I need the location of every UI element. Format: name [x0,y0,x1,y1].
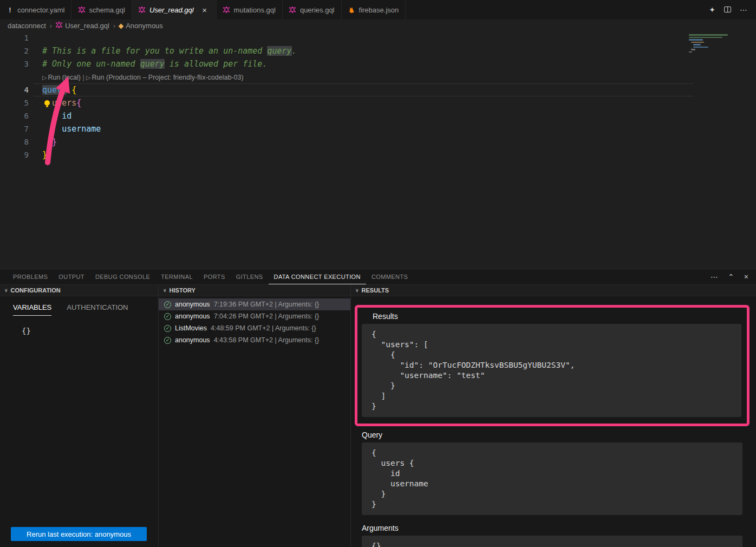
breadcrumb-item[interactable]: Anonymous [119,22,163,30]
history-header[interactable]: ∨ HISTORY [159,285,351,296]
minimap-mark [691,42,704,43]
breadcrumb-item[interactable]: User_read.gql [56,22,109,30]
breadcrumb-separator-icon: › [112,22,116,30]
history-item[interactable]: ✓anonymous7:19:36 PM GMT+2 | Arguments: … [159,298,350,310]
history-item-detail: 4:43:58 PM GMT+2 | Arguments: {} [214,336,320,344]
split-editor-icon[interactable] [724,5,731,14]
graphql-icon [139,6,146,13]
code-line: 5 users{ [0,96,756,109]
minimap-mark [693,47,708,48]
bottom-panel: PROBLEMSOUTPUTDEBUG CONSOLETERMINALPORTS… [0,269,756,547]
run-icon: ▷ [42,74,47,81]
history-item[interactable]: ✓anonymous4:43:58 PM GMT+2 | Arguments: … [159,334,350,346]
line-number: 5 [0,96,34,109]
history-item-name: ListMovies [175,324,207,332]
editor-tab-connector-yaml[interactable]: !connector.yaml [0,0,71,19]
code-line: 2# This is a file for you to write an un… [0,44,756,57]
minimap-mark [689,51,692,53]
breadcrumb: dataconnect›User_read.gql›Anonymous [0,19,756,31]
breadcrumb-item[interactable]: dataconnect [8,22,46,30]
line-content: id [42,109,71,122]
results-section: Results { "users": [ { "id": "OrTucFODZH… [351,296,756,547]
code-line: 1 [0,31,756,44]
panel-tab-comments[interactable]: COMMENTS [366,269,413,284]
line-number: 8 [0,135,34,148]
editor[interactable]: 12# This is a file for you to write an u… [0,31,756,269]
configuration-section: VARIABLESAUTHENTICATION {} Rerun last ex… [0,296,159,547]
codelens-run-production[interactable]: ▷Run (Production – Project: friendly-fli… [86,74,243,81]
history-section: ✓anonymous7:19:36 PM GMT+2 | Arguments: … [159,296,351,547]
configuration-tabs: VARIABLESAUTHENTICATION [0,296,158,316]
history-item[interactable]: ✓anonymous7:04:26 PM GMT+2 | Arguments: … [159,310,350,322]
more-icon[interactable]: ⋯ [740,5,747,14]
code-area[interactable]: 12# This is a file for you to write an u… [0,31,756,161]
panel-tab-gitlens[interactable]: GITLENS [231,269,269,284]
history-item-name: anonymous [175,312,210,320]
configuration-title: CONFIGURATION [11,287,61,294]
tab-label: User_read.gql [149,6,194,14]
line-content: query { [42,83,76,96]
panel-tabs: PROBLEMSOUTPUTDEBUG CONSOLETERMINALPORTS… [8,269,413,284]
arguments-label: Arguments [362,524,756,532]
editor-tab-schema-gql[interactable]: schema.gql [71,0,132,19]
line-content: username [42,122,101,135]
code-line: 7 username [0,122,756,135]
line-number: 6 [0,109,34,122]
results-header[interactable]: ∨ RESULTS [351,285,756,296]
warning-icon: ! [6,6,14,14]
annotation-highlight: Results { "users": [ { "id": "OrTucFODZH… [355,305,750,426]
symbol-icon [119,22,123,30]
line-content: } [42,148,47,161]
config-tab-authentication[interactable]: AUTHENTICATION [67,303,128,316]
tab-label: mutations.gql [234,6,276,14]
sparkle-icon[interactable]: ✦ [709,5,715,14]
panel-tab-ports[interactable]: PORTS [198,269,231,284]
config-tab-variables[interactable]: VARIABLES [13,303,51,316]
graphql-icon [78,6,85,13]
minimap[interactable] [689,34,748,54]
chevron-up-icon[interactable]: ⌃ [728,272,734,281]
lightbulb-icon[interactable] [44,100,50,106]
editor-tab-user_read-gql[interactable]: User_read.gql× [132,0,217,19]
code-line: 6 id [0,109,756,122]
vscode-window: !connector.yamlschema.gqlUser_read.gql×m… [0,0,756,547]
panel-tab-problems[interactable]: PROBLEMS [8,269,53,284]
code-line: 8 } [0,135,756,148]
history-item-detail: 7:19:36 PM GMT+2 | Arguments: {} [214,301,320,308]
minimap-mark [689,34,728,36]
editor-tab-firebase-json[interactable]: firebase.json [342,0,406,19]
configuration-header[interactable]: ∨ CONFIGURATION [0,285,159,296]
graphql-icon [289,6,296,13]
codelens-row: ▷Run (local) | ▷Run (Production – Projec… [0,70,756,83]
line-number: 2 [0,44,34,57]
variables-value[interactable]: {} [22,327,158,335]
check-icon: ✓ [164,301,171,308]
editor-tab-queries-gql[interactable]: queries.gql [283,0,342,19]
line-content: # Only one un-named query is allowed per… [42,57,267,70]
more-icon[interactable]: ⋯ [711,272,718,281]
panel-tab-debug-console[interactable]: DEBUG CONSOLE [90,269,155,284]
check-icon: ✓ [164,313,171,320]
history-item-name: anonymous [175,336,210,344]
graphql-icon [223,6,230,13]
panel-tab-data-connect-execution[interactable]: DATA CONNECT EXECUTION [269,269,366,284]
minimap-mark [689,37,722,38]
check-icon: ✓ [164,325,171,332]
close-icon[interactable]: × [200,5,210,15]
editor-tab-bar-actions: ✦⋯ [700,0,756,19]
tab-label: connector.yaml [17,6,64,14]
rerun-button[interactable]: Rerun last execution: anonymous [11,527,147,541]
editor-tabs: !connector.yamlschema.gqlUser_read.gql×m… [0,0,700,19]
run-icon: ▷ [86,74,90,81]
breadcrumb-separator-icon: › [49,22,53,30]
panel-tab-terminal[interactable]: TERMINAL [155,269,198,284]
editor-tab-mutations-gql[interactable]: mutations.gql [217,0,283,19]
history-list: ✓anonymous7:19:36 PM GMT+2 | Arguments: … [159,296,350,346]
codelens-run-local[interactable]: ▷Run (local) [42,74,81,81]
line-content: } [42,135,57,148]
close-icon[interactable]: × [744,272,748,281]
line-number: 9 [0,148,34,161]
history-item[interactable]: ✓ListMovies4:48:59 PM GMT+2 | Arguments:… [159,322,350,334]
line-number: 4 [0,83,34,96]
panel-tab-output[interactable]: OUTPUT [53,269,90,284]
